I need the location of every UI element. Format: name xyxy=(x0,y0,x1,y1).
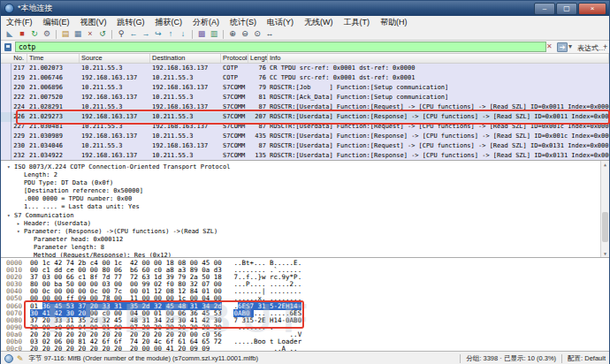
expression-button[interactable]: 表达式… xyxy=(577,43,606,53)
packet-row-230[interactable]: 23021.03404610.211.55.3192.168.163.137S7… xyxy=(1,141,609,151)
menu-item[interactable]: 跳转(G) xyxy=(112,16,150,28)
header-cell[interactable]: Protocol xyxy=(221,54,248,63)
colorize-packets-icon[interactable]: ▩ xyxy=(195,28,208,40)
packet-row-222[interactable]: 22221.007520192.168.163.13710.211.55.3S7… xyxy=(1,93,609,102)
tree-line[interactable]: Parameter head: 0x000112 xyxy=(1,235,609,243)
header-cell[interactable]: Time xyxy=(27,54,80,63)
tree-line[interactable]: ▸Header: (Userdata) xyxy=(1,219,609,227)
packet-cell: 87 xyxy=(248,122,268,132)
capture-stop-icon[interactable]: ■ xyxy=(16,28,28,40)
file-open-icon[interactable]: ▤ xyxy=(59,28,72,40)
header-cell[interactable]: Destination xyxy=(150,54,221,63)
go-last-icon[interactable]: ↓ xyxy=(177,28,189,40)
expert-info-icon[interactable] xyxy=(4,354,13,363)
header-cell[interactable]: Source xyxy=(80,54,150,63)
menu-bar: 文件(F)编辑(E)视图(V)跳转(G)捕获(C)分析(A)统计(S)电话(Y)… xyxy=(1,16,609,29)
scroll-down-icon[interactable]: ▼ xyxy=(601,251,609,256)
capture-options-icon[interactable]: ⚙ xyxy=(41,28,53,40)
filter-dropdown-icon[interactable]: ▾ xyxy=(568,42,572,50)
packet-cell: S7COMM xyxy=(221,102,248,112)
menu-item[interactable]: 分析(A) xyxy=(187,16,225,28)
go-forward-icon[interactable]: → xyxy=(140,28,152,40)
tree-line[interactable]: .000 0000 = TPDU number: 0x00 xyxy=(1,194,609,202)
header-cell[interactable]: Info xyxy=(268,54,609,63)
packet-cell: 192.168.163.137 xyxy=(80,112,150,122)
packet-row-227[interactable]: 22721.03048110.211.55.3192.168.163.137S7… xyxy=(1,122,609,132)
packet-cell: 21.006746 xyxy=(27,73,80,83)
capture-comment-icon[interactable]: ✎ xyxy=(17,354,24,363)
menu-item[interactable]: 无线(W) xyxy=(299,16,339,28)
capture-start-icon[interactable]: ◣ xyxy=(4,28,16,40)
scroll-up-icon[interactable]: ▲ xyxy=(601,162,609,167)
collapse-icon[interactable]: ▾ xyxy=(7,211,14,219)
packet-row-220[interactable]: 22021.00689610.211.55.3192.168.163.137S7… xyxy=(1,83,609,93)
tree-line[interactable]: ▾S7 Communication xyxy=(1,211,609,219)
packet-cell: 21.029273 xyxy=(27,112,80,122)
packet-cell: 192.168.163.137 xyxy=(80,93,150,102)
zoom-out-icon[interactable]: ⊖ xyxy=(239,28,251,40)
packet-cell: 79 xyxy=(248,83,268,93)
go-first-icon[interactable]: ↑ xyxy=(164,28,177,40)
capture-restart-icon[interactable]: ↻ xyxy=(28,28,41,40)
detail-scrollbar[interactable]: ▲ ▼ xyxy=(600,161,609,257)
packet-cell: 192.168.163.137 xyxy=(150,102,221,112)
packet-row-219[interactable]: 21921.006746192.168.163.13710.211.55.3CO… xyxy=(1,73,609,83)
packet-row-224[interactable]: 22421.02829110.211.55.3192.168.163.137S7… xyxy=(1,102,609,112)
packet-cell: S7COMM xyxy=(221,83,248,93)
packet-row-226[interactable]: 22621.029273192.168.163.13710.211.55.3S7… xyxy=(1,112,609,122)
packet-cell: 192.168.163.137 xyxy=(150,64,221,73)
auto-scroll-icon[interactable]: ▥ xyxy=(208,28,220,40)
zoom-normal-icon[interactable]: ⊙ xyxy=(251,28,263,40)
header-cell[interactable]: No. xyxy=(1,54,27,63)
status-profile[interactable]: 配置: Default xyxy=(568,354,606,363)
zoom-in-icon[interactable]: ⊕ xyxy=(226,28,239,40)
filter-apply-icon[interactable]: ➔ xyxy=(557,42,568,52)
add-filter-button[interactable]: + xyxy=(603,42,607,51)
packet-row-229[interactable]: 22921.030989192.168.163.13710.211.55.3S7… xyxy=(1,132,609,141)
expand-icon[interactable]: ▸ xyxy=(17,219,24,227)
packet-cell: 76 xyxy=(248,64,268,73)
file-save-icon[interactable]: ▦ xyxy=(72,28,84,40)
packet-cell: 76 xyxy=(248,73,268,83)
tree-line-label: Parameter: (Response) ->(CPU functions) … xyxy=(24,228,217,235)
menu-item[interactable]: 捕获(C) xyxy=(150,16,188,28)
minimize-button[interactable]: – xyxy=(534,3,555,15)
menu-item[interactable]: 统计(S) xyxy=(225,16,262,28)
scrollbar-thumb[interactable] xyxy=(602,212,608,242)
tree-line[interactable]: Parameter length: 8 xyxy=(1,243,609,251)
tree-line[interactable]: ▾ISO 8073/X.224 COTP Connection-Oriented… xyxy=(1,163,609,171)
maximize-button[interactable]: ▢ xyxy=(556,3,577,15)
file-close-icon[interactable]: × xyxy=(84,28,96,40)
tree-line[interactable]: 1... .... = Last data unit: Yes xyxy=(1,202,609,210)
packet-cell: CR TPDU src-ref: 0x0001 dst-ref: 0x0000 xyxy=(268,64,609,73)
resize-columns-icon[interactable]: ↔ xyxy=(263,28,276,40)
go-back-icon[interactable]: ← xyxy=(127,28,140,40)
menu-item[interactable]: 帮助(H) xyxy=(375,16,413,28)
find-packet-icon[interactable]: ⚲ xyxy=(115,28,127,40)
header-cell[interactable]: Length xyxy=(248,54,268,63)
packet-cell: 192.168.163.137 xyxy=(80,132,150,141)
go-to-packet-icon[interactable]: ↪ xyxy=(152,28,164,40)
packet-cell: 10.211.55.3 xyxy=(80,141,150,151)
menu-item[interactable]: 编辑(E) xyxy=(38,16,75,28)
collapse-icon[interactable]: ▾ xyxy=(7,163,14,171)
collapse-icon[interactable]: ▾ xyxy=(17,227,24,235)
reload-icon[interactable]: ↺ xyxy=(96,28,109,40)
tree-line[interactable]: PDU Type: DT Data (0x0f) xyxy=(1,178,609,186)
tree-line[interactable]: [Destination reference: 0x50000] xyxy=(1,186,609,194)
menu-item[interactable]: 工具(T) xyxy=(339,16,376,28)
filter-bookmark-icon[interactable] xyxy=(4,43,11,51)
filter-input[interactable] xyxy=(15,42,546,52)
packet-rows: 21721.00207310.211.55.3192.168.163.137CO… xyxy=(1,64,609,161)
packet-cell: 10.211.55.3 xyxy=(80,122,150,132)
filter-clear-icon[interactable]: ✕ xyxy=(546,42,553,50)
tree-line[interactable]: ▾Parameter: (Response) ->(CPU functions)… xyxy=(1,227,609,235)
menu-item[interactable]: 电话(Y) xyxy=(262,16,299,28)
packet-row-217[interactable]: 21721.00207310.211.55.3192.168.163.137CO… xyxy=(1,64,609,73)
packet-cell: ROSCTR:[Job ] Function:[Setup communicat… xyxy=(268,83,609,93)
menu-item[interactable]: 视图(V) xyxy=(75,16,112,28)
tree-line[interactable]: Length: 2 xyxy=(1,171,609,178)
packet-list-header: No.TimeSourceDestinationProtocolLengthIn… xyxy=(1,54,609,64)
menu-item[interactable]: 文件(F) xyxy=(1,16,38,28)
close-button[interactable]: × xyxy=(578,3,606,15)
